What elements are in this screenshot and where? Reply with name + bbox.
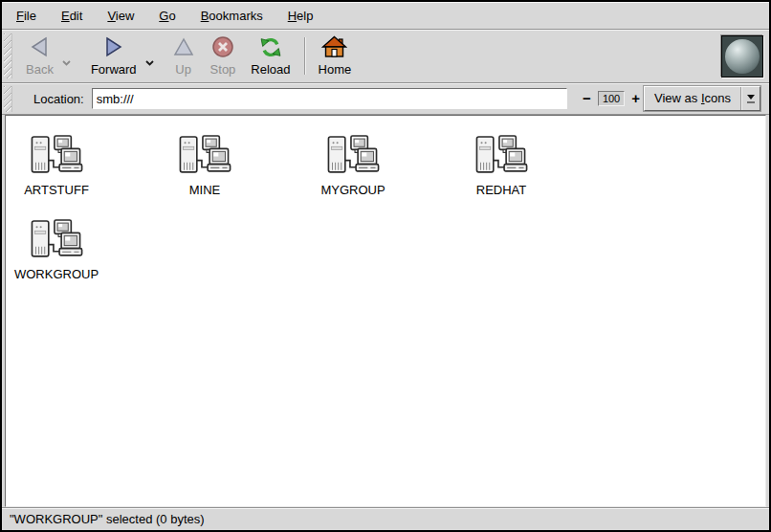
- stop-button: Stop: [203, 32, 244, 80]
- share-redhat[interactable]: REDHAT: [464, 135, 539, 197]
- location-bar: Location: − 100 + View as Icons: [2, 83, 769, 115]
- up-icon: [172, 34, 195, 59]
- back-history-chevron-icon: [61, 59, 72, 67]
- back-icon: [27, 34, 52, 59]
- menu-edit[interactable]: Edit: [49, 4, 95, 28]
- icon-label: MINE: [189, 183, 221, 197]
- reload-button[interactable]: Reload: [243, 32, 297, 80]
- home-icon: [321, 34, 347, 59]
- location-bar-drag-handle[interactable]: [4, 86, 12, 112]
- menu-go[interactable]: Go: [146, 4, 187, 28]
- zoom-level-indicator[interactable]: 100: [598, 91, 625, 106]
- share-mine[interactable]: MINE: [167, 135, 242, 197]
- forward-icon: [101, 34, 126, 59]
- view-mode-label: View as Icons: [645, 87, 740, 110]
- up-button: Up: [165, 32, 203, 80]
- network-workgroup-icon: [474, 135, 529, 178]
- icon-view: ARTSTUFF MINE MYGROUP REDHAT WORKGROUP: [5, 115, 766, 507]
- stop-icon: [211, 34, 234, 59]
- network-workgroup-icon: [177, 135, 232, 178]
- stop-label: Stop: [210, 62, 236, 77]
- share-workgroup[interactable]: WORKGROUP: [19, 219, 94, 281]
- forward-history-chevron-icon[interactable]: [144, 59, 155, 67]
- network-workgroup-icon: [29, 135, 84, 178]
- file-manager-window: File Edit View Go Bookmarks Help Back: [0, 0, 771, 532]
- forward-label: Forward: [91, 62, 137, 77]
- throbber-globe-icon: [725, 39, 760, 74]
- home-button[interactable]: Home: [311, 32, 360, 80]
- toolbar-separator: [304, 37, 305, 75]
- status-text: "WORKGROUP" selected (0 bytes): [10, 512, 205, 526]
- menu-view[interactable]: View: [95, 4, 146, 28]
- icon-row-2: WORKGROUP: [19, 219, 765, 281]
- icon-label: ARTSTUFF: [24, 183, 89, 197]
- network-workgroup-icon: [325, 135, 381, 178]
- home-label: Home: [319, 62, 352, 77]
- reload-label: Reload: [251, 62, 290, 77]
- menu-bookmarks[interactable]: Bookmarks: [188, 4, 275, 28]
- share-mygroup[interactable]: MYGROUP: [316, 135, 390, 197]
- network-workgroup-icon: [29, 219, 84, 262]
- icon-row-1: ARTSTUFF MINE MYGROUP REDHAT: [19, 135, 765, 197]
- menu-help[interactable]: Help: [275, 4, 326, 28]
- zoom-in-button[interactable]: +: [628, 90, 644, 107]
- up-label: Up: [175, 62, 191, 77]
- back-label: Back: [26, 62, 54, 77]
- icon-label: REDHAT: [476, 183, 526, 197]
- forward-button[interactable]: Forward: [83, 32, 144, 80]
- view-mode-dropdown[interactable]: View as Icons: [644, 86, 760, 111]
- menu-file[interactable]: File: [4, 4, 49, 28]
- zoom-out-button[interactable]: −: [579, 90, 595, 107]
- reload-icon: [258, 34, 283, 59]
- location-label: Location:: [33, 92, 84, 106]
- icon-label: WORKGROUP: [14, 267, 99, 281]
- menubar: File Edit View Go Bookmarks Help: [2, 2, 769, 30]
- status-bar: "WORKGROUP" selected (0 bytes): [2, 507, 769, 530]
- toolbar-spacer: [359, 32, 721, 80]
- share-artstuff[interactable]: ARTSTUFF: [19, 135, 94, 197]
- dropdown-arrow-icon: [740, 87, 760, 110]
- icon-label: MYGROUP: [320, 183, 385, 197]
- toolbar: Back Forward U: [2, 30, 769, 83]
- location-input[interactable]: [92, 88, 567, 109]
- toolbar-drag-handle[interactable]: [4, 33, 12, 78]
- throbber-frame: [721, 35, 763, 78]
- back-button: Back: [18, 32, 61, 80]
- zoom-control: − 100 +: [579, 90, 644, 107]
